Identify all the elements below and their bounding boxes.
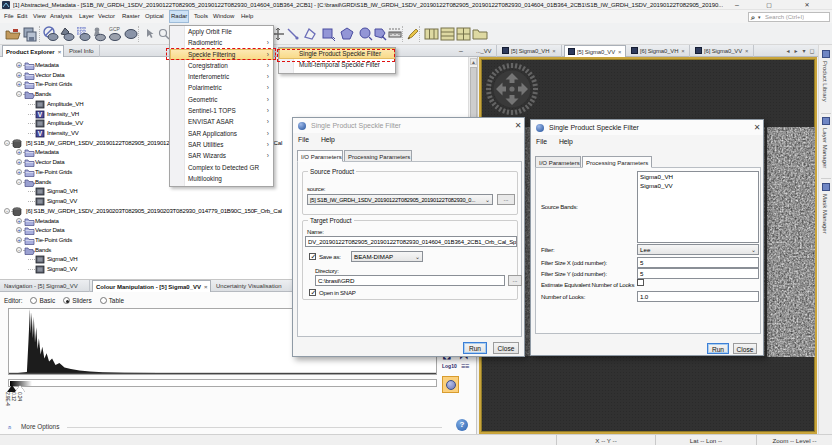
save-product-icon[interactable] (22, 26, 38, 42)
dock-tab-layer-manager[interactable]: Layer Manager (819, 117, 832, 175)
scroll-tabs-left-icon[interactable]: ◂ (784, 46, 792, 56)
dock-tab-product-library[interactable]: Product Library (819, 50, 832, 110)
circle-tool-icon[interactable] (357, 26, 373, 42)
navigation-compass-icon[interactable] (484, 61, 540, 117)
band-item-sigma0_vv[interactable]: Sigma0_VV (640, 182, 756, 191)
param-field[interactable]: 5 (637, 268, 759, 279)
run-button[interactable]: Run (463, 342, 487, 354)
estimate-enl-checkbox[interactable] (637, 279, 644, 286)
menubar-item-raster[interactable]: Raster (120, 10, 142, 23)
dialog-menu-file[interactable]: File (293, 133, 314, 146)
expand-icon[interactable]: + (16, 62, 22, 68)
menubar-item-view[interactable]: View (31, 10, 48, 23)
expand-icon[interactable]: + (16, 227, 22, 233)
open-in-snap-checkbox[interactable] (309, 289, 316, 296)
menu-item-coregistration[interactable]: Coregistration› (170, 60, 273, 71)
menu-item-interferometric[interactable]: Interferometric› (170, 71, 273, 82)
dialog-menu-help[interactable]: Help (554, 135, 578, 148)
expand-icon[interactable]: + (16, 169, 22, 175)
collapse-icon[interactable]: - (4, 208, 10, 214)
line-tool-icon[interactable] (285, 26, 301, 42)
dialog-close-icon[interactable]: ✕ (511, 118, 525, 133)
scroll-up-icon[interactable]: ▲ (470, 58, 477, 65)
pentagon-tool-icon[interactable] (339, 26, 355, 42)
scroll-tabs-right-icon[interactable]: ▸ (792, 46, 800, 56)
tab-product-explorer[interactable]: Product Explorer× (2, 45, 64, 57)
close-button[interactable]: ✕ (801, 0, 813, 10)
source-product-combo[interactable]: [5] S1B_IW_GRDH_1SDV_20190122T082905_201… (307, 194, 493, 205)
menu-item-envisat-asar[interactable]: ENVISAT ASAR› (170, 116, 273, 127)
tab-pixel-info[interactable]: Pixel Info (66, 45, 100, 57)
menu-item-sar-utilities[interactable]: SAR Utilities› (170, 139, 273, 150)
close-icon[interactable]: × (552, 48, 555, 54)
open-product-icon[interactable] (5, 26, 21, 42)
tab-processing-parameters[interactable]: Processing Parameters (582, 156, 652, 168)
close-icon[interactable]: × (745, 48, 748, 54)
menu-item-geometric[interactable]: Geometric› (170, 94, 273, 105)
dialog-title-bar[interactable]: Single Product Speckle Filter ✕ (531, 120, 763, 135)
expand-icon[interactable]: + (16, 149, 22, 155)
ellipse-tool-icon[interactable] (123, 26, 139, 42)
collapse-icon[interactable]: - (16, 179, 22, 185)
maximize-button[interactable]: ▢ (763, 0, 775, 10)
minimize-button[interactable]: – (731, 0, 743, 10)
gcp-globe-icon[interactable]: GCP (107, 26, 123, 42)
source-bands-list[interactable]: Sigma0_VHSigma0_VV (637, 171, 759, 243)
layout-rows-icon[interactable] (440, 26, 456, 42)
tab-io-parameters[interactable]: I/O Parameters (297, 150, 343, 162)
stamp-tool-icon[interactable] (372, 26, 388, 42)
maximize-view-icon[interactable]: ◻ (808, 46, 816, 56)
save-as-checkbox[interactable] (309, 253, 316, 260)
menu-item-multi-temporal-speckle-filter[interactable]: Multi-temporal Speckle Filter (279, 59, 395, 70)
menubar-item-help[interactable]: Help (239, 10, 255, 23)
band-item-sigma0_vh[interactable]: Sigma0_VH (640, 173, 756, 182)
rectangle-tool-icon[interactable] (320, 26, 336, 42)
format-combo[interactable]: BEAM-DIMAP⌄ (351, 251, 423, 262)
view-tab--6-sigma0-vh[interactable]: [6] Sigma0_VH× (628, 45, 690, 57)
expand-icon[interactable]: + (16, 159, 22, 165)
slider-handle-max[interactable] (15, 385, 25, 392)
view-tab--vv[interactable]: ..._VV (473, 45, 497, 57)
help-button[interactable]: ? (456, 419, 468, 431)
expand-icon[interactable]: + (16, 72, 22, 78)
source-browse-button[interactable]: ... (497, 194, 515, 205)
log10-icon[interactable]: Log10 (442, 363, 457, 369)
dialog-close-icon[interactable]: ✕ (750, 120, 764, 135)
view-tab--6-sigma0-vv[interactable]: [6] Sigma0_VV× (692, 45, 754, 57)
menu-item-sar-wizards[interactable]: SAR Wizards› (170, 150, 273, 161)
reopen-globe-icon[interactable] (43, 26, 59, 42)
menu-item-complex-to-detected-gr[interactable]: Complex to Detected GR (170, 162, 273, 173)
palette-chooser-button[interactable] (442, 376, 459, 393)
menu-item-radiometric[interactable]: Radiometric› (170, 37, 273, 48)
grid-globe-icon[interactable] (75, 26, 91, 42)
dialog-title-bar[interactable]: Single Product Speckle Filter ✕ (293, 118, 524, 133)
expand-icon[interactable]: + (16, 81, 22, 87)
expand-icon[interactable]: + (16, 218, 22, 224)
menu-item-single-product-speckle-filter[interactable]: Single Product Speckle Filter (279, 48, 395, 59)
close-icon[interactable]: × (58, 49, 62, 55)
close-dialog-button[interactable]: Close (493, 342, 519, 354)
run-button[interactable]: Run (707, 343, 729, 354)
menubar-item-optical[interactable]: Optical (143, 10, 166, 23)
filter-combo[interactable]: Lee⌄ (637, 244, 759, 255)
menubar-item-vector[interactable]: Vector (96, 10, 117, 23)
ruler-tool-icon[interactable] (387, 26, 403, 42)
menu-item-sentinel-1-tops[interactable]: Sentinel-1 TOPS› (170, 105, 273, 116)
layout-columns-icon[interactable] (424, 26, 440, 42)
menu-item-polarimetric[interactable]: Polarimetric› (170, 82, 273, 93)
close-icon[interactable]: × (204, 284, 208, 290)
menubar-item-file[interactable]: File (2, 10, 16, 23)
colour-slider-track[interactable] (8, 379, 437, 387)
close-icon[interactable]: × (681, 48, 684, 54)
directory-browse-button[interactable]: ... (508, 275, 522, 286)
radio-sliders[interactable] (63, 297, 70, 304)
menu-item-multilooking[interactable]: Multilooking (170, 173, 273, 184)
menubar-item-analysis[interactable]: Analysis (48, 10, 74, 23)
more-options-row[interactable]: » More Options (5, 422, 471, 434)
target-name-field[interactable]: DV_20190122T082905_20190122T082930_01460… (305, 236, 517, 247)
directory-field[interactable]: C:\brasil\GRD (315, 275, 505, 286)
collapse-icon[interactable]: - (4, 140, 10, 146)
tab-list-icon[interactable]: ▾ (800, 46, 808, 56)
pin-globe-icon[interactable] (91, 26, 107, 42)
param-field[interactable]: 1.0 (637, 291, 759, 302)
